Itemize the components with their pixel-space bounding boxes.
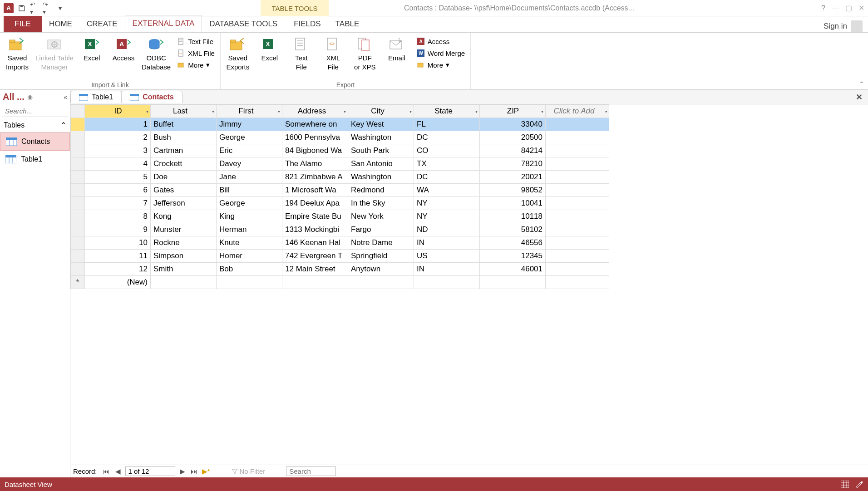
cell-id[interactable]: 3 [85,144,151,157]
help-icon[interactable]: ? [821,4,825,12]
cell-first[interactable]: Herman [217,223,282,236]
chevron-down-icon[interactable]: ▾ [605,109,607,114]
row-selector[interactable] [71,250,85,263]
cell-last[interactable]: Bush [151,131,217,144]
tab-create[interactable]: CREATE [79,16,125,32]
record-search-input[interactable] [286,466,336,476]
column-header-id[interactable]: ID▾ [85,105,151,118]
column-header-state[interactable]: State▾ [414,105,480,118]
cell-zip[interactable]: 20021 [480,171,546,184]
tab-external-data[interactable]: EXTERNAL DATA [125,15,202,32]
row-selector[interactable] [71,171,85,184]
import-xml-file-button[interactable]: <> XML File [175,48,217,58]
signin-area[interactable]: Sign in [824,20,868,32]
cell-city[interactable]: Springfield [348,250,414,263]
table-row[interactable]: 1BuffetJimmySomewhere onKey WestFL33040 [71,118,609,131]
table-row[interactable]: 9MunsterHerman1313 MockingbiFargoND58102 [71,223,609,236]
datasheet-view-icon[interactable] [841,481,849,488]
chevron-down-icon[interactable]: ▾ [278,109,280,114]
design-view-icon[interactable] [855,481,863,488]
export-more-button[interactable]: More ▾ [415,60,467,70]
import-more-button[interactable]: More ▾ [175,60,217,70]
column-header-last[interactable]: Last▾ [151,105,217,118]
table-row[interactable]: 12SmithBob12 Main StreetAnytownIN46001 [71,263,609,276]
record-position-input[interactable] [125,466,175,476]
cell-zip[interactable]: 58102 [480,223,546,236]
cell-city[interactable]: New York [348,210,414,223]
cell-state[interactable]: DC [414,171,480,184]
tab-fields[interactable]: FIELDS [286,16,328,32]
cell-add[interactable] [546,250,609,263]
table-row[interactable]: 10RockneKnute146 Keenan HalNotre DameIN4… [71,236,609,250]
export-access-button[interactable]: A Access [415,36,467,46]
export-pdf-xps-button[interactable]: PDF or XPS [351,36,379,71]
cell-id[interactable]: 2 [85,131,151,144]
new-row[interactable]: *(New) [71,276,609,289]
table-row[interactable]: 6GatesBill1 Microsoft WaRedmondWA98052 [71,184,609,197]
tab-database-tools[interactable]: DATABASE TOOLS [202,16,285,32]
cell-state[interactable]: CO [414,144,480,157]
nav-collapse-icon[interactable]: « [64,93,67,101]
row-selector[interactable] [71,131,85,144]
new-row-indicator[interactable]: * [71,276,85,289]
word-merge-button[interactable]: W Word Merge [415,48,467,58]
cell-add[interactable] [546,144,609,157]
cell-first[interactable]: Davey [217,157,282,171]
cell-add[interactable] [546,197,609,210]
cell-last[interactable]: Munster [151,223,217,236]
cell-city[interactable]: Washington [348,131,414,144]
column-header-address[interactable]: Address▾ [282,105,348,118]
cell-last[interactable]: Smith [151,263,217,276]
column-header-city[interactable]: City▾ [348,105,414,118]
cell-address[interactable]: 742 Evergreen T [282,250,348,263]
row-selector[interactable] [71,210,85,223]
cell-add[interactable] [546,223,609,236]
cell-first[interactable]: Homer [217,250,282,263]
cell-add[interactable] [546,171,609,184]
cell-last[interactable]: Simpson [151,250,217,263]
nav-item-table1[interactable]: Table1 [0,151,70,168]
cell-city[interactable]: Notre Dame [348,236,414,250]
cell-state[interactable]: TX [414,157,480,171]
table-row[interactable]: 4CrockettDaveyThe AlamoSan AntonioTX7821… [71,157,609,171]
cell-zip[interactable]: 33040 [480,118,546,131]
cell-id[interactable]: 12 [85,263,151,276]
cell-address[interactable]: 1313 Mockingbi [282,223,348,236]
row-selector[interactable] [71,197,85,210]
chevron-down-icon[interactable]: ▾ [146,109,148,114]
cell-id[interactable]: 11 [85,250,151,263]
cell-last[interactable]: Buffet [151,118,217,131]
chevron-down-icon[interactable]: ▾ [475,109,478,114]
cell-state[interactable]: NY [414,197,480,210]
cell-zip[interactable]: 46556 [480,236,546,250]
cell-id[interactable]: 1 [85,118,151,131]
cell-zip[interactable]: 78210 [480,157,546,171]
nav-last-icon[interactable]: ⏭ [190,467,199,475]
cell-address[interactable]: 194 Deelux Apa [282,197,348,210]
cell-state[interactable]: IN [414,236,480,250]
row-selector[interactable] [71,144,85,157]
cell-add[interactable] [546,210,609,223]
cell-add[interactable] [546,184,609,197]
cell-state[interactable]: IN [414,263,480,276]
cell-first[interactable]: George [217,131,282,144]
no-filter[interactable]: No Filter [232,467,266,475]
cell-city[interactable]: Washington [348,171,414,184]
linked-table-manager-button[interactable]: Linked Table Manager [35,36,74,71]
cell-city[interactable]: Fargo [348,223,414,236]
saved-imports-button[interactable]: Saved Imports [4,36,31,71]
cell-state[interactable]: US [414,250,480,263]
cell-zip[interactable]: 98052 [480,184,546,197]
redo-icon[interactable]: ↷ ▾ [43,4,52,13]
import-access-button[interactable]: A Access [110,36,137,63]
cell-address[interactable]: 1 Microsoft Wa [282,184,348,197]
cell-first[interactable]: George [217,197,282,210]
cell-add[interactable] [546,118,609,131]
email-button[interactable]: Email [383,36,410,63]
tab-table[interactable]: TABLE [328,16,367,32]
cell-id[interactable]: 7 [85,197,151,210]
cell-last[interactable]: Crockett [151,157,217,171]
cell-last[interactable]: Jefferson [151,197,217,210]
cell-first[interactable]: Knute [217,236,282,250]
cell-address[interactable]: 1600 Pennsylva [282,131,348,144]
